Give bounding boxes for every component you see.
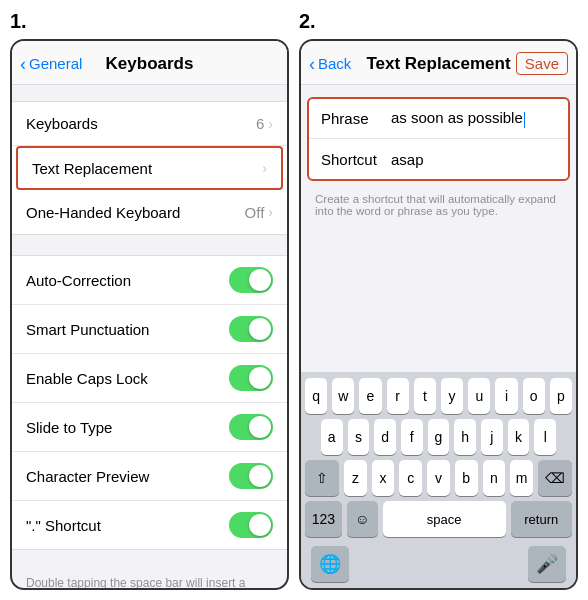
- auto-correction-label: Auto-Correction: [26, 272, 229, 289]
- key-p[interactable]: p: [550, 378, 572, 414]
- tr-shortcut-row: Shortcut asap: [309, 139, 568, 179]
- key-n[interactable]: n: [483, 460, 506, 496]
- row-keyboards[interactable]: Keyboards 6 ›: [12, 102, 287, 146]
- row-text-replacement[interactable]: Text Replacement ›: [16, 146, 283, 190]
- tr-phrase-input[interactable]: as soon as possible: [391, 109, 556, 127]
- key-u[interactable]: u: [468, 378, 490, 414]
- keyboards-chevron-icon: ›: [268, 116, 273, 132]
- keyboard: q w e r t y u i o p a s d f g: [301, 372, 576, 588]
- kb-row-bottom: 123 ☺ space return: [305, 501, 572, 537]
- kb-row-2: a s d f g h j k l: [305, 419, 572, 455]
- nav-title-right: Text Replacement: [366, 54, 510, 74]
- smart-punctuation-toggle[interactable]: [229, 316, 273, 342]
- key-s[interactable]: s: [348, 419, 370, 455]
- settings-list: Keyboards 6 › Text Replacement › One-Han…: [12, 85, 287, 588]
- character-preview-label: Character Preview: [26, 468, 229, 485]
- key-x[interactable]: x: [372, 460, 395, 496]
- tr-shortcut-value[interactable]: asap: [391, 151, 556, 168]
- key-i[interactable]: i: [495, 378, 517, 414]
- right-panel: 2. ‹ Back Text Replacement Save Phrase a…: [299, 10, 578, 590]
- row-auto-correction: Auto-Correction: [12, 256, 287, 305]
- key-a[interactable]: a: [321, 419, 343, 455]
- panel-number-2: 2.: [299, 10, 578, 33]
- microphone-icon[interactable]: 🎤: [528, 546, 566, 582]
- row-smart-punctuation: Smart Punctuation: [12, 305, 287, 354]
- tr-phrase-value: as soon as possible: [391, 109, 523, 126]
- key-m[interactable]: m: [510, 460, 533, 496]
- key-g[interactable]: g: [428, 419, 450, 455]
- back-chevron-right-icon: ‹: [309, 55, 315, 73]
- back-label-right: Back: [318, 55, 351, 72]
- left-panel: 1. ‹ General Keyboards Keyboards 6 › Tex…: [10, 10, 289, 590]
- back-label-left: General: [29, 55, 82, 72]
- caps-lock-label: Enable Caps Lock: [26, 370, 229, 387]
- back-button-right[interactable]: ‹ Back: [309, 55, 351, 73]
- back-button-left[interactable]: ‹ General: [20, 55, 82, 73]
- shortcut-toggle[interactable]: [229, 512, 273, 538]
- tr-content: Phrase as soon as possible Shortcut asap…: [301, 85, 576, 588]
- text-cursor: [524, 112, 526, 128]
- key-k[interactable]: k: [508, 419, 530, 455]
- delete-key[interactable]: ⌫: [538, 460, 572, 496]
- keyboards-value: 6: [256, 115, 264, 132]
- key-e[interactable]: e: [359, 378, 381, 414]
- kb-row-1: q w e r t y u i o p: [305, 378, 572, 414]
- key-f[interactable]: f: [401, 419, 423, 455]
- save-btn[interactable]: Save: [516, 52, 568, 75]
- key-j[interactable]: j: [481, 419, 503, 455]
- key-c[interactable]: c: [399, 460, 422, 496]
- back-chevron-icon: ‹: [20, 55, 26, 73]
- section-navigation: Keyboards 6 › Text Replacement › One-Han…: [12, 101, 287, 235]
- caps-lock-toggle[interactable]: [229, 365, 273, 391]
- key-y[interactable]: y: [441, 378, 463, 414]
- globe-icon[interactable]: 🌐: [311, 546, 349, 582]
- tr-input-section: Phrase as soon as possible Shortcut asap: [307, 97, 570, 181]
- space-key[interactable]: space: [383, 501, 506, 537]
- emoji-key[interactable]: ☺: [347, 501, 378, 537]
- shift-key[interactable]: ⇧: [305, 460, 339, 496]
- phone-frame-right: ‹ Back Text Replacement Save Phrase as s…: [299, 39, 578, 590]
- key-r[interactable]: r: [387, 378, 409, 414]
- kb-bottom-icons: 🌐 🎤: [305, 542, 572, 584]
- row-caps-lock: Enable Caps Lock: [12, 354, 287, 403]
- return-key[interactable]: return: [511, 501, 572, 537]
- key-o[interactable]: o: [523, 378, 545, 414]
- nav-bar-left: ‹ General Keyboards: [12, 41, 287, 85]
- phone-frame-left: ‹ General Keyboards Keyboards 6 › Text R…: [10, 39, 289, 590]
- row-character-preview: Character Preview: [12, 452, 287, 501]
- section-toggles: Auto-Correction Smart Punctuation Enable…: [12, 255, 287, 550]
- key-z[interactable]: z: [344, 460, 367, 496]
- one-handed-label: One-Handed Keyboard: [26, 204, 245, 221]
- key-t[interactable]: t: [414, 378, 436, 414]
- key-h[interactable]: h: [454, 419, 476, 455]
- key-l[interactable]: l: [534, 419, 556, 455]
- text-replacement-chevron-icon: ›: [262, 160, 267, 176]
- kb-row-3: ⇧ z x c v b n m ⌫: [305, 460, 572, 496]
- spacer: [301, 227, 576, 372]
- row-one-handed[interactable]: One-Handed Keyboard Off ›: [12, 190, 287, 234]
- one-handed-value: Off: [245, 204, 265, 221]
- shortcut-note: Double tapping the space bar will insert…: [12, 570, 287, 588]
- slide-to-type-toggle[interactable]: [229, 414, 273, 440]
- key-q[interactable]: q: [305, 378, 327, 414]
- number-key[interactable]: 123: [305, 501, 342, 537]
- nav-title-left: Keyboards: [106, 54, 194, 74]
- kb-spacer-right: [561, 419, 572, 455]
- row-shortcut: "." Shortcut: [12, 501, 287, 549]
- character-preview-toggle[interactable]: [229, 463, 273, 489]
- key-v[interactable]: v: [427, 460, 450, 496]
- key-d[interactable]: d: [374, 419, 396, 455]
- nav-bar-right: ‹ Back Text Replacement Save: [301, 41, 576, 85]
- tr-hint: Create a shortcut that will automaticall…: [301, 189, 576, 227]
- shortcut-label: "." Shortcut: [26, 517, 229, 534]
- kb-spacer-left: [305, 419, 316, 455]
- smart-punctuation-label: Smart Punctuation: [26, 321, 229, 338]
- key-b[interactable]: b: [455, 460, 478, 496]
- panel-number-1: 1.: [10, 10, 289, 33]
- key-w[interactable]: w: [332, 378, 354, 414]
- text-replacement-label: Text Replacement: [32, 160, 262, 177]
- keyboards-label: Keyboards: [26, 115, 256, 132]
- tr-phrase-row: Phrase as soon as possible: [309, 99, 568, 139]
- auto-correction-toggle[interactable]: [229, 267, 273, 293]
- save-button[interactable]: Save: [516, 52, 568, 75]
